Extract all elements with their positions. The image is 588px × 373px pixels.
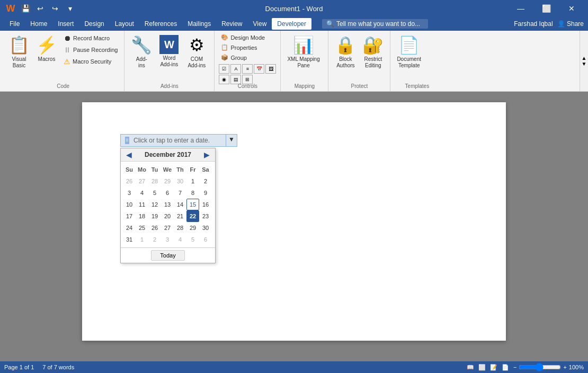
menu-mailings[interactable]: Mailings [182, 18, 216, 30]
maximize-button[interactable]: ⬜ [534, 0, 558, 17]
cal-day-17[interactable]: 17 [123, 210, 136, 222]
pause-recording-button[interactable]: ⏸ Pause Recording [61, 45, 120, 55]
cal-day-3[interactable]: 3 [123, 187, 136, 199]
cal-day-26-nov[interactable]: 26 [123, 175, 136, 187]
visual-basic-button[interactable]: 📋 VisualBasic [6, 33, 32, 79]
mapping-group-label: Mapping [281, 83, 328, 89]
macro-security-button[interactable]: ⚠ Macro Security [61, 56, 120, 67]
cal-day-1[interactable]: 1 [186, 175, 199, 187]
cal-day-25[interactable]: 25 [136, 222, 148, 234]
book-icon[interactable]: 📖 [467, 364, 474, 371]
cal-day-8[interactable]: 8 [186, 187, 199, 199]
cal-day-2[interactable]: 2 [199, 175, 212, 187]
minimize-button[interactable]: — [509, 0, 533, 17]
cal-day-19[interactable]: 19 [148, 210, 161, 222]
cal-day-28[interactable]: 28 [174, 222, 186, 234]
cal-day-6-jan[interactable]: 6 [199, 234, 212, 245]
prev-month-button[interactable]: ◀ [124, 150, 134, 159]
ribbon-scroll-right[interactable]: ▲▼ [580, 31, 588, 91]
cal-day-4-jan[interactable]: 4 [174, 234, 186, 245]
ctrl-type-5[interactable]: 🖼 [265, 64, 276, 74]
cal-day-13[interactable]: 13 [161, 199, 174, 210]
calendar-popup: ◀ December 2017 ▶ Su Mo Tu We Th [120, 148, 216, 263]
search-icon: 🔍 [326, 20, 334, 28]
macros-button[interactable]: ⚡ Macros [34, 33, 59, 79]
zoom-out-button[interactable]: − [513, 364, 516, 370]
word-add-ins-button[interactable]: W WordAdd-ins [156, 33, 182, 79]
cal-day-5-jan[interactable]: 5 [186, 234, 199, 245]
save-quick-btn[interactable]: 💾 [19, 2, 32, 15]
cal-day-16[interactable]: 16 [199, 199, 212, 210]
today-button[interactable]: Today [151, 250, 184, 261]
redo-quick-btn[interactable]: ↪ [49, 2, 61, 15]
cal-day-24[interactable]: 24 [123, 222, 136, 234]
cal-day-15[interactable]: 15 [186, 199, 199, 210]
cal-day-9[interactable]: 9 [199, 187, 212, 199]
cal-day-23[interactable]: 23 [199, 210, 212, 222]
ctrl-type-2[interactable]: A [230, 64, 241, 74]
cal-day-7[interactable]: 7 [174, 187, 186, 199]
menu-file[interactable]: File [4, 18, 25, 30]
cal-day-29-nov[interactable]: 29 [161, 175, 174, 187]
layout-view-icon[interactable]: ⬜ [478, 364, 486, 371]
cal-day-18[interactable]: 18 [136, 210, 148, 222]
share-button[interactable]: 👤 Share [557, 20, 584, 28]
tell-me-input[interactable]: 🔍 Tell me what you want to do... [322, 19, 428, 29]
quick-access-more[interactable]: ▾ [64, 2, 76, 15]
zoom-in-button[interactable]: + [563, 364, 566, 370]
undo-quick-btn[interactable]: ↩ [34, 2, 47, 15]
cal-day-2-jan[interactable]: 2 [148, 234, 161, 245]
cal-day-20[interactable]: 20 [161, 210, 174, 222]
menu-home[interactable]: Home [25, 18, 52, 30]
cal-day-27[interactable]: 27 [161, 222, 174, 234]
xml-mapping-pane-button[interactable]: 📊 XML MappingPane [285, 33, 322, 79]
group-button[interactable]: 📦 Group [219, 53, 276, 62]
add-ins-button[interactable]: 🔧 Add-ins [129, 33, 154, 79]
record-macro-button[interactable]: ⏺ Record Macro [61, 33, 120, 43]
cal-day-4[interactable]: 4 [136, 187, 148, 199]
cal-day-26[interactable]: 26 [148, 222, 161, 234]
restrict-editing-button[interactable]: 🔐 RestrictEditing [360, 33, 386, 79]
ctrl-type-4[interactable]: 📅 [254, 64, 264, 74]
cal-day-6[interactable]: 6 [161, 187, 174, 199]
edit-view-icon[interactable]: 📝 [490, 364, 497, 371]
menu-review[interactable]: Review [216, 18, 247, 30]
cal-day-22[interactable]: 22 [186, 210, 199, 222]
menu-design[interactable]: Design [79, 18, 109, 30]
com-add-ins-button[interactable]: ⚙ COMAdd-ins [184, 33, 209, 79]
date-input-field[interactable]: ⠿ Click or tap to enter a date. [120, 134, 226, 147]
menu-layout[interactable]: Layout [110, 18, 139, 30]
cal-day-11[interactable]: 11 [136, 199, 148, 210]
cal-day-27-nov[interactable]: 27 [136, 175, 148, 187]
date-dropdown-button[interactable]: ▼ [226, 134, 237, 147]
cal-day-5[interactable]: 5 [148, 187, 161, 199]
cal-day-14[interactable]: 14 [174, 199, 186, 210]
menu-view[interactable]: View [248, 18, 272, 30]
properties-button[interactable]: 📋 Properties [219, 43, 276, 52]
ctrl-type-1[interactable]: ☑ [219, 64, 229, 74]
close-button[interactable]: ✕ [559, 0, 584, 17]
ctrl-type-3[interactable]: ≡ [242, 64, 253, 74]
block-authors-button[interactable]: 🔒 BlockAuthors [333, 33, 358, 79]
cal-day-29[interactable]: 29 [186, 222, 199, 234]
read-mode-icon[interactable]: 📄 [502, 364, 509, 371]
cal-day-30-nov[interactable]: 30 [174, 175, 186, 187]
menu-bar: File Home Insert Design Layout Reference… [0, 17, 588, 31]
menu-references[interactable]: References [139, 18, 182, 30]
cal-day-28-nov[interactable]: 28 [148, 175, 161, 187]
menu-developer[interactable]: Developer [272, 18, 311, 30]
design-mode-button[interactable]: 🎨 Design Mode [219, 33, 276, 42]
cal-day-10[interactable]: 10 [123, 199, 136, 210]
next-month-button[interactable]: ▶ [202, 150, 212, 159]
zoom-range[interactable] [519, 363, 561, 371]
block-authors-label: BlockAuthors [336, 56, 354, 69]
cal-day-1-jan[interactable]: 1 [136, 234, 148, 245]
document-template-button[interactable]: 📄 DocumentTemplate [395, 33, 423, 79]
cal-day-30[interactable]: 30 [199, 222, 212, 234]
zoom-slider: − + 100% [513, 363, 584, 371]
menu-insert[interactable]: Insert [52, 18, 79, 30]
cal-day-21[interactable]: 21 [174, 210, 186, 222]
cal-day-3-jan[interactable]: 3 [161, 234, 174, 245]
cal-day-31[interactable]: 31 [123, 234, 136, 245]
cal-day-12[interactable]: 12 [148, 199, 161, 210]
